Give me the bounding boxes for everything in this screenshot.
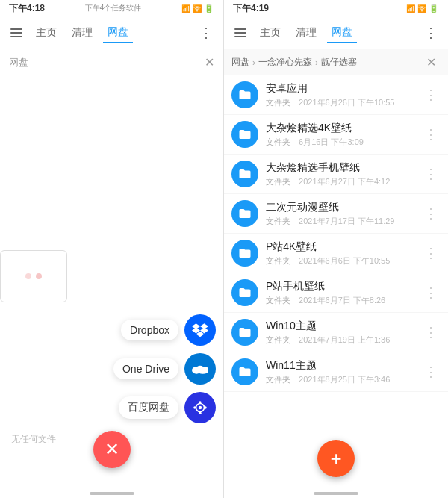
file-name-3: 二次元动漫壁纸: [266, 201, 414, 214]
fab-add-btn[interactable]: +: [317, 440, 355, 477]
file-more-btn-4[interactable]: ⋮: [421, 245, 441, 261]
breadcrumb-level1[interactable]: 一念净心先森: [258, 56, 312, 69]
file-item-3[interactable]: 二次元动漫壁纸 文件夹 2021年7月17日 下午11:29 ⋮: [224, 194, 448, 234]
fab-add-icon: +: [330, 449, 341, 468]
file-date-0: 2021年6月26日 下午10:55: [299, 98, 394, 107]
battery-icon: 🔋: [204, 4, 214, 13]
svg-point-10: [199, 406, 202, 409]
file-more-btn-2[interactable]: ⋮: [421, 166, 441, 182]
file-type-5: 文件夹: [266, 296, 290, 305]
breadcrumb-close-btn[interactable]: ✕: [422, 54, 441, 71]
file-date-5: 2021年6月7日 下午8:26: [299, 296, 385, 305]
cloud-label-text: 网盘: [9, 56, 28, 69]
dropbox-icon: [192, 322, 208, 338]
onedrive-btn[interactable]: [184, 353, 216, 385]
breadcrumb-root[interactable]: 网盘: [231, 56, 249, 69]
file-item-7[interactable]: Win11主题 文件夹 2021年8月25日 下午3:46 ⋮: [224, 352, 448, 392]
file-more-btn-1[interactable]: ⋮: [421, 126, 441, 143]
svg-point-12: [205, 406, 207, 408]
wifi-icon: 🛜: [193, 4, 202, 13]
folder-icon-3: [231, 200, 258, 227]
empty-text: 无任何文件: [11, 433, 56, 446]
empty-dots: [25, 273, 42, 279]
file-item-6[interactable]: Win10主题 文件夹 2021年7月19日 上午1:36 ⋮: [224, 313, 448, 352]
svg-point-8: [196, 366, 204, 371]
cloud-service-baidu: 百度网盘: [119, 392, 216, 423]
folder-icon-6: [231, 319, 258, 346]
file-meta-3: 文件夹 2021年7月17日 下午11:29: [266, 216, 414, 227]
file-name-5: P站手机壁纸: [266, 280, 414, 293]
file-date-7: 2021年8月25日 下午3:46: [299, 375, 390, 384]
breadcrumb: 网盘 › 一念净心先森 › 靓仔选塞 ✕: [224, 49, 448, 75]
folder-icon-4: [231, 240, 258, 267]
dot-2: [36, 273, 42, 279]
dropbox-btn[interactable]: [184, 314, 216, 346]
nav-home-left[interactable]: 主页: [31, 23, 61, 43]
file-more-btn-0[interactable]: ⋮: [421, 87, 441, 103]
nav-home-right[interactable]: 主页: [255, 23, 285, 43]
file-date-3: 2021年7月17日 下午11:29: [299, 217, 394, 225]
right-hamburger-menu[interactable]: [231, 25, 249, 40]
right-wifi-icon: 🛜: [417, 4, 426, 13]
file-type-6: 文件夹: [266, 335, 290, 344]
file-type-0: 文件夹: [266, 98, 290, 107]
breadcrumb-sep-2: ›: [315, 57, 318, 68]
file-meta-5: 文件夹 2021年6月7日 下午8:26: [266, 295, 414, 306]
fab-close-icon: ✕: [105, 439, 119, 460]
file-type-2: 文件夹: [266, 177, 290, 186]
right-nav-bar: 主页 清理 网盘 ⋮: [224, 16, 448, 49]
left-status-icons: 📶 🛜 🔋: [181, 4, 214, 13]
baidu-label: 百度网盘: [119, 396, 178, 419]
file-item-2[interactable]: 大杂烩精选手机壁纸 文件夹 2021年6月27日 下午4:12 ⋮: [224, 155, 448, 194]
breadcrumb-level2[interactable]: 靓仔选塞: [321, 56, 357, 69]
nav-cloud-right[interactable]: 网盘: [327, 22, 357, 43]
baidu-icon: [192, 399, 208, 416]
empty-area: 无任何文件: [0, 75, 67, 483]
nav-more-left[interactable]: ⋮: [196, 22, 216, 44]
file-meta-1: 文件夹 6月16日 下午3:09: [266, 137, 414, 148]
file-info-7: Win11主题 文件夹 2021年8月25日 下午3:46: [266, 359, 414, 385]
file-meta-7: 文件夹 2021年8月25日 下午3:46: [266, 374, 414, 385]
file-name-6: Win10主题: [266, 320, 414, 333]
file-more-btn-6[interactable]: ⋮: [421, 324, 441, 340]
folder-icon-2: [231, 161, 258, 187]
file-item-0[interactable]: 安卓应用 文件夹 2021年6月26日 下午10:55 ⋮: [224, 75, 448, 115]
left-time: 下午4:18: [9, 2, 45, 15]
file-type-7: 文件夹: [266, 375, 290, 384]
onedrive-label: One Drive: [113, 358, 178, 379]
left-home-indicator: [0, 483, 223, 498]
cloud-close-btn[interactable]: ✕: [205, 55, 214, 69]
home-indicator-bar-right: [314, 492, 358, 495]
file-name-7: Win11主题: [266, 359, 414, 373]
nav-clean-left[interactable]: 清理: [67, 23, 97, 43]
right-home-indicator: [224, 483, 448, 498]
folder-svg-2: [238, 167, 252, 181]
empty-illustration: [0, 250, 67, 302]
file-meta-0: 文件夹 2021年6月26日 下午10:55: [266, 97, 414, 108]
file-more-btn-7[interactable]: ⋮: [421, 364, 441, 380]
file-name-4: P站4K壁纸: [266, 240, 414, 254]
left-panel: 下午4:18 下午4个任务软件 📶 🛜 🔋 主页 清理 网盘 ⋮ 网盘 ✕: [0, 0, 224, 498]
right-status-icons: 📶 🛜 🔋: [406, 4, 439, 13]
baidu-btn[interactable]: [184, 392, 216, 423]
right-time: 下午4:19: [233, 2, 269, 15]
nav-cloud-left[interactable]: 网盘: [103, 22, 133, 43]
file-date-6: 2021年7月19日 上午1:36: [299, 335, 390, 344]
file-item-1[interactable]: 大杂烩精选4K壁纸 文件夹 6月16日 下午3:09 ⋮: [224, 115, 448, 155]
cloud-service-dropbox: Dropbox: [121, 314, 216, 346]
fab-close-btn[interactable]: ✕: [93, 431, 131, 468]
dot-1: [25, 273, 31, 279]
hamburger-menu[interactable]: [7, 25, 25, 40]
file-more-btn-5[interactable]: ⋮: [421, 284, 441, 301]
file-meta-4: 文件夹 2021年6月6日 下午10:55: [266, 255, 414, 267]
file-more-btn-3[interactable]: ⋮: [421, 205, 441, 222]
nav-clean-right[interactable]: 清理: [291, 23, 321, 43]
file-item-4[interactable]: P站4K壁纸 文件夹 2021年6月6日 下午10:55 ⋮: [224, 234, 448, 273]
file-meta-2: 文件夹 2021年6月27日 下午4:12: [266, 176, 414, 187]
nav-more-right[interactable]: ⋮: [421, 22, 441, 44]
svg-point-11: [199, 401, 201, 403]
file-date-2: 2021年6月27日 下午4:12: [299, 177, 390, 186]
file-info-2: 大杂烩精选手机壁纸 文件夹 2021年6月27日 下午4:12: [266, 161, 414, 187]
file-item-5[interactable]: P站手机壁纸 文件夹 2021年6月7日 下午8:26 ⋮: [224, 273, 448, 313]
onedrive-icon: [192, 363, 208, 375]
